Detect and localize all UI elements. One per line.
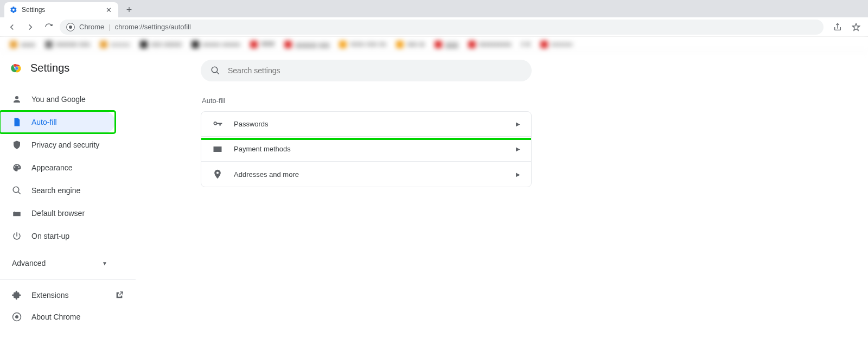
sidebar-item-label: You and Google bbox=[31, 95, 86, 104]
reload-button[interactable] bbox=[41, 20, 56, 35]
chevron-right-icon: ▶ bbox=[516, 121, 520, 127]
settings-page: Settings You and Google Auto-fill Privac… bbox=[0, 52, 868, 344]
row-label: Payment methods bbox=[234, 145, 291, 153]
autofill-card: Passwords ▶ Payment methods ▶ Addresses … bbox=[201, 111, 532, 187]
row-payment-methods[interactable]: Payment methods ▶ bbox=[201, 137, 531, 162]
sidebar-item-appearance[interactable]: Appearance bbox=[0, 157, 136, 179]
new-tab-button[interactable]: + bbox=[122, 2, 137, 17]
sidebar-item-search-engine[interactable]: Search engine bbox=[0, 180, 136, 201]
sidebar-item-label: About Chrome bbox=[31, 313, 80, 321]
sidebar-item-label: Extensions bbox=[31, 291, 68, 300]
autofill-icon bbox=[12, 117, 22, 127]
sidebar-item-label: Appearance bbox=[31, 163, 73, 172]
shield-icon bbox=[12, 140, 22, 150]
sidebar-advanced-label: Advanced bbox=[12, 259, 46, 267]
sidebar-nav: You and Google Auto-fill Privacy and sec… bbox=[0, 84, 136, 251]
omnibox-url: chrome://settings/autofill bbox=[115, 23, 191, 31]
close-icon[interactable]: ✕ bbox=[104, 5, 113, 14]
sidebar: Settings You and Google Auto-fill Privac… bbox=[0, 52, 136, 344]
share-icon[interactable] bbox=[830, 20, 845, 35]
chevron-right-icon: ▶ bbox=[516, 146, 520, 152]
sidebar-item-you-and-google[interactable]: You and Google bbox=[0, 88, 136, 110]
chrome-logo-icon bbox=[11, 62, 23, 74]
svg-point-1 bbox=[69, 26, 72, 29]
key-icon bbox=[212, 119, 223, 130]
tab-strip: Settings ✕ + bbox=[0, 0, 868, 17]
search-input[interactable] bbox=[228, 66, 522, 75]
sidebar-advanced[interactable]: Advanced ▼ bbox=[0, 251, 119, 275]
back-button[interactable] bbox=[4, 20, 20, 35]
sidebar-item-autofill[interactable]: Auto-fill bbox=[0, 111, 115, 133]
chevron-right-icon: ▶ bbox=[516, 171, 520, 177]
search-settings[interactable] bbox=[201, 60, 532, 81]
search-icon bbox=[210, 66, 220, 75]
palette-icon bbox=[12, 163, 22, 173]
svg-point-7 bbox=[15, 315, 18, 318]
sidebar-item-label: Search engine bbox=[31, 186, 80, 195]
gear-icon bbox=[10, 6, 17, 14]
extension-icon bbox=[12, 290, 22, 300]
tab-title: Settings bbox=[22, 6, 45, 14]
address-bar[interactable]: Chrome | chrome://settings/autofill bbox=[60, 20, 824, 35]
row-addresses[interactable]: Addresses and more ▶ bbox=[201, 162, 531, 187]
row-passwords[interactable]: Passwords ▶ bbox=[201, 112, 531, 137]
sidebar-header: Settings bbox=[0, 62, 136, 84]
search-icon bbox=[12, 186, 22, 195]
forward-button[interactable] bbox=[23, 20, 38, 35]
person-icon bbox=[12, 94, 22, 104]
section-title: Auto-fill bbox=[201, 97, 570, 105]
browser-icon bbox=[12, 208, 22, 218]
card-icon bbox=[212, 144, 223, 155]
bookmark-star-icon[interactable] bbox=[848, 20, 864, 35]
chrome-icon bbox=[66, 23, 75, 31]
browser-toolbar: Chrome | chrome://settings/autofill bbox=[0, 17, 868, 37]
power-icon bbox=[12, 231, 22, 241]
main-content: Auto-fill Passwords ▶ Payment methods ▶ … bbox=[136, 52, 868, 344]
chevron-down-icon: ▼ bbox=[102, 260, 107, 266]
omnibox-site-label: Chrome bbox=[79, 23, 104, 31]
open-external-icon bbox=[115, 291, 124, 300]
bookmarks-bar: aaaa bbbbbb bbb cccccc ddd ddddd eeeee e… bbox=[0, 37, 868, 52]
chrome-gray-icon bbox=[12, 312, 22, 322]
sidebar-item-extensions[interactable]: Extensions bbox=[0, 284, 136, 306]
divider: | bbox=[108, 23, 110, 31]
sidebar-item-default-browser[interactable]: Default browser bbox=[0, 202, 136, 224]
location-icon bbox=[212, 169, 223, 180]
sidebar-item-startup[interactable]: On start-up bbox=[0, 225, 136, 247]
browser-tab[interactable]: Settings ✕ bbox=[4, 2, 118, 17]
sidebar-item-about[interactable]: About Chrome bbox=[0, 306, 136, 328]
sidebar-item-label: On start-up bbox=[31, 232, 69, 240]
row-label: Passwords bbox=[234, 120, 269, 128]
sidebar-item-label: Default browser bbox=[31, 209, 85, 218]
divider bbox=[0, 279, 136, 280]
row-label: Addresses and more bbox=[234, 170, 299, 179]
sidebar-item-privacy[interactable]: Privacy and security bbox=[0, 134, 136, 156]
page-title: Settings bbox=[30, 62, 69, 74]
sidebar-item-label: Privacy and security bbox=[31, 141, 99, 149]
sidebar-item-label: Auto-fill bbox=[31, 118, 57, 126]
